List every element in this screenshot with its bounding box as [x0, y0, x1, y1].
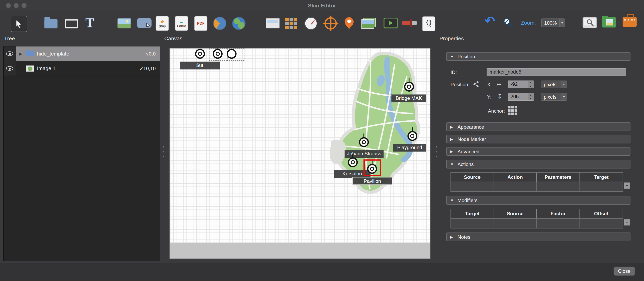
marker-label-bridge-mak[interactable]: Bridge MAK: [391, 94, 426, 102]
svg-icon-label: SVG: [159, 25, 166, 28]
visibility-toggle[interactable]: [4, 46, 16, 61]
section-header-modifiers[interactable]: ▼ Modifiers: [446, 196, 630, 205]
chevron-down-icon: ▼: [561, 81, 567, 88]
flower-glyph-icon: *: [161, 19, 164, 25]
properties-panel-label: Properties: [440, 35, 464, 42]
section-header-appearance[interactable]: ▶ Appearance: [446, 122, 630, 131]
table-row[interactable]: [451, 218, 623, 228]
y-value-stepper[interactable]: 205 ▲▼: [508, 93, 534, 100]
tooltip-tool-button[interactable]: [137, 18, 152, 28]
column-header: Source: [494, 209, 537, 218]
visibility-toggle[interactable]: [4, 61, 16, 76]
earth-icon: [232, 17, 246, 30]
slider-tool-button[interactable]: [402, 21, 418, 25]
section-header-actions[interactable]: ▼ Actions: [446, 160, 630, 168]
text-tool-button[interactable]: T: [85, 16, 94, 29]
js-file-icon: { } JS: [422, 16, 436, 31]
table-row[interactable]: [451, 182, 623, 192]
marker-johann-strauss[interactable]: [359, 137, 369, 147]
y-label: Y:: [487, 94, 492, 100]
marker-label-playground[interactable]: Playground: [393, 144, 426, 152]
panel-tool-button[interactable]: [266, 18, 280, 28]
anchor-grid-picker[interactable]: [508, 106, 517, 115]
y-value[interactable]: 205: [508, 93, 528, 100]
grid-tool-button[interactable]: [285, 18, 297, 29]
marker-tool-button[interactable]: [344, 16, 354, 30]
tree-canvas-splitter[interactable]: [163, 146, 165, 157]
tree-item-label: Image 1: [37, 66, 136, 71]
template-node-label[interactable]: $ut: [180, 62, 220, 69]
stepper-down-icon[interactable]: ▼: [528, 84, 533, 88]
canvas-out-of-bounds-area: [170, 243, 430, 258]
undo-button[interactable]: ↶: [485, 15, 495, 27]
y-axis-icon: ↧: [497, 93, 502, 100]
marker-playground[interactable]: [407, 131, 417, 141]
id-input[interactable]: marker_node5: [487, 68, 626, 76]
lottie-tool-button[interactable]: ~ Lottie: [175, 16, 188, 31]
video-tool-button[interactable]: [384, 18, 398, 28]
zoom-select[interactable]: 100% ▼: [542, 18, 565, 27]
section-header-notes[interactable]: ▶ Notes: [446, 232, 630, 241]
section-header-advanced[interactable]: ▶ Advanced: [446, 147, 630, 156]
slider-icon: [402, 21, 418, 25]
new-folder-tool-button[interactable]: [44, 19, 58, 28]
toolbox-button[interactable]: [622, 17, 636, 27]
stepper-up-icon[interactable]: ▲: [528, 81, 533, 84]
canvas-properties-splitter[interactable]: [436, 146, 438, 157]
x-value-stepper[interactable]: -92 ▲▼: [508, 80, 534, 88]
eye-icon: [6, 51, 13, 56]
select-tool-button[interactable]: [10, 16, 27, 32]
y-unit-select[interactable]: pixels ▼: [541, 93, 567, 100]
x-unit-select[interactable]: pixels ▼: [541, 80, 567, 88]
y-unit-value: pixels: [542, 94, 561, 100]
close-button[interactable]: Close: [614, 266, 635, 276]
template-marker-node[interactable]: [213, 49, 222, 59]
rectangle-tool-button[interactable]: [65, 19, 78, 28]
section-header-position[interactable]: ▼ Position: [446, 52, 630, 61]
template-marker-node[interactable]: [195, 49, 205, 59]
svg-file-icon: * SVG: [156, 16, 169, 31]
image-thumbnail-icon: [26, 65, 34, 72]
section-title: Notes: [458, 234, 470, 240]
image-tool-button[interactable]: [118, 18, 131, 28]
braces-glyph-icon: { }: [426, 20, 432, 25]
x-label: X:: [487, 82, 492, 88]
tree-item-coords: ↙10,10: [139, 66, 156, 71]
svg-tool-button[interactable]: * SVG: [156, 16, 169, 31]
tree-row-image-1[interactable]: Image 1 ↙10,10: [4, 61, 160, 76]
open-assets-button[interactable]: [602, 17, 616, 28]
stepper-down-icon[interactable]: ▼: [528, 97, 533, 100]
wave-glyph-icon: ~: [180, 19, 183, 24]
eye-icon: [6, 66, 13, 71]
script-tool-button[interactable]: { } JS: [422, 16, 436, 31]
disclosure-triangle-icon: ▶: [450, 149, 454, 153]
preview-button[interactable]: [582, 17, 597, 28]
template-marker-node[interactable]: [226, 49, 236, 59]
add-action-button[interactable]: +: [624, 182, 630, 189]
marker-label-johann-strauss[interactable]: Johann Strauss: [345, 150, 384, 158]
canvas[interactable]: $ut Bridge MAK Johann Strauss Playground…: [170, 48, 430, 259]
web-map-tool-button[interactable]: [213, 17, 226, 30]
photos-icon: [362, 18, 376, 29]
stepper-up-icon[interactable]: ▲: [528, 93, 533, 96]
folder-icon: [26, 51, 34, 56]
tree-row-hide-template[interactable]: ▶ hide_template ↘0,0: [4, 46, 160, 61]
zoom-tool-button[interactable]: [503, 17, 513, 28]
earth-map-tool-button[interactable]: [232, 17, 246, 30]
image-sequence-tool-button[interactable]: [362, 18, 376, 29]
pdf-tool-button[interactable]: PDF: [194, 16, 208, 31]
globe-icon: [213, 17, 226, 30]
marker-kursalon[interactable]: [348, 157, 358, 167]
window-title: Skin Editor: [0, 2, 644, 8]
add-modifier-button[interactable]: +: [624, 219, 630, 226]
crosshair-tool-button[interactable]: [324, 17, 337, 30]
canvas-panel-label: Canvas: [164, 35, 182, 42]
marker-label-pavilion[interactable]: Pavilion: [352, 177, 392, 185]
disclosure-triangle-icon[interactable]: ▶: [19, 52, 23, 56]
x-value[interactable]: -92: [508, 81, 528, 88]
disclosure-triangle-icon: ▼: [450, 198, 454, 202]
marker-bridge-mak[interactable]: [404, 82, 414, 92]
gauge-tool-button[interactable]: [304, 17, 318, 30]
disclosure-triangle-icon: ▶: [450, 125, 454, 129]
section-header-node-marker[interactable]: ▶ Node Marker: [446, 135, 630, 143]
